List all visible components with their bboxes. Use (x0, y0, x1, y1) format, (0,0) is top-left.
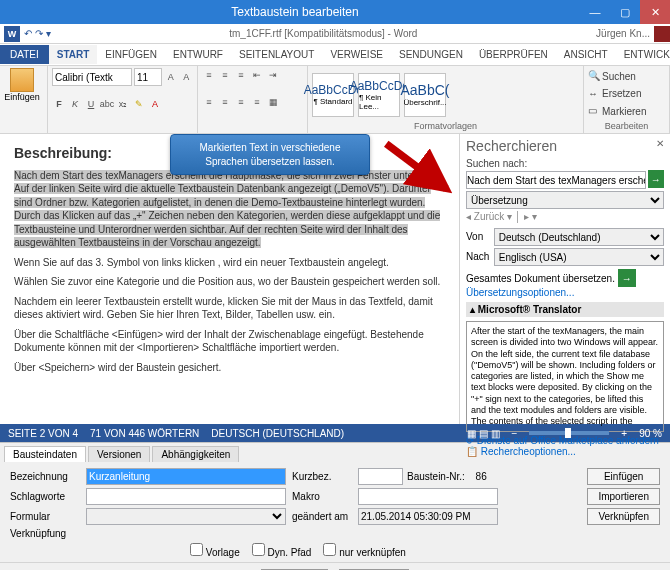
to-lang-select[interactable]: Englisch (USA) (494, 248, 664, 266)
bausteinnr-value: 86 (476, 471, 487, 482)
translate-doc-link[interactable]: Gesamtes Dokument übersetzen. → (466, 269, 664, 287)
selected-text[interactable]: Nach dem Start des texManagers erscheint… (14, 170, 440, 249)
tab-devtools[interactable]: ENTWICKLERTOOLS (616, 45, 670, 64)
numbering-icon[interactable]: ≡ (218, 68, 232, 82)
translation-result: After the start of the texManagers, the … (466, 321, 664, 432)
formular-select[interactable] (86, 508, 286, 525)
tab-versionen[interactable]: Versionen (88, 446, 150, 462)
font-group: A A F K U abc x₂ ✎ A (48, 66, 198, 133)
zoom-in-button[interactable]: + (621, 428, 627, 439)
dynpfad-checkbox[interactable]: Dyn. Pfad (252, 543, 312, 558)
dialog-buttons: Speichern Abbrechen (0, 562, 670, 570)
verknuepfung-label: Verknüpfung (10, 528, 80, 539)
tab-review[interactable]: ÜBERPRÜFEN (471, 45, 556, 64)
zoom-out-button[interactable]: − (512, 428, 518, 439)
zoom-level[interactable]: 90 % (639, 428, 662, 439)
bezeichnung-label: Bezeichnung (10, 471, 80, 482)
language-indicator[interactable]: DEUTSCH (DEUTSCHLAND) (211, 428, 344, 439)
source-select[interactable]: Übersetzung (466, 191, 664, 209)
tab-insert[interactable]: EINFÜGEN (97, 45, 165, 64)
font-size-select[interactable] (134, 68, 162, 86)
paste-button[interactable]: Einfügen (4, 68, 40, 102)
shrink-font-icon[interactable]: A (180, 70, 194, 84)
highlight-icon[interactable]: ✎ (132, 97, 146, 111)
schlagworte-label: Schlagworte (10, 491, 80, 502)
multilevel-icon[interactable]: ≡ (234, 68, 248, 82)
maximize-button[interactable]: ▢ (610, 0, 640, 24)
tab-layout[interactable]: SEITENLAYOUT (231, 45, 322, 64)
zoom-slider[interactable] (529, 431, 609, 435)
find-button[interactable]: 🔍Suchen (588, 68, 665, 84)
ribbon-tabs: DATEI START EINFÜGEN ENTWURF SEITENLAYOU… (0, 44, 670, 66)
nurverknuepfen-checkbox[interactable]: nur verknüpfen (323, 543, 406, 558)
close-button[interactable]: ✕ (640, 0, 670, 24)
translate-callout: Markierten Text in verschiedene Sprachen… (170, 134, 370, 175)
minimize-button[interactable]: — (580, 0, 610, 24)
align-left-icon[interactable]: ≡ (202, 95, 216, 109)
style-standard[interactable]: AaBbCcDc¶ Standard (312, 73, 354, 117)
schlagworte-input[interactable] (86, 488, 286, 505)
font-color-icon[interactable]: A (148, 97, 162, 111)
style-nospacing[interactable]: AaBbCcDc¶ Kein Lee... (358, 73, 400, 117)
from-lang-select[interactable]: Deutsch (Deutschland) (494, 228, 664, 246)
tab-design[interactable]: ENTWURF (165, 45, 231, 64)
tab-start[interactable]: START (49, 45, 98, 64)
style-heading[interactable]: AaBbC(Überschrif... (404, 73, 446, 117)
account-menu[interactable]: Jürgen Kn... (596, 26, 670, 42)
search-label: Suchen nach: (466, 158, 664, 169)
kurzbez-input[interactable] (358, 468, 403, 485)
translation-options-link[interactable]: Übersetzungsoptionen... (466, 287, 664, 298)
tab-abhaengigkeiten[interactable]: Abhängigkeiten (152, 446, 239, 462)
align-center-icon[interactable]: ≡ (218, 95, 232, 109)
paste-icon (10, 68, 34, 92)
search-input[interactable] (466, 171, 646, 189)
document-pane[interactable]: Markierten Text in verschiedene Sprachen… (0, 134, 460, 424)
underline-icon[interactable]: U (84, 97, 98, 111)
ribbon: Einfügen A A F K U abc x₂ ✎ A ≡ ≡ ≡ ⇤ ⇥ (0, 66, 670, 134)
line-spacing-icon[interactable]: ≡ (250, 95, 264, 109)
bullets-icon[interactable]: ≡ (202, 68, 216, 82)
bold-icon[interactable]: F (52, 97, 66, 111)
tab-references[interactable]: VERWEISE (322, 45, 391, 64)
outdent-icon[interactable]: ⇥ (266, 68, 280, 82)
select-button[interactable]: ▭Markieren (588, 103, 665, 119)
indent-icon[interactable]: ⇤ (250, 68, 264, 82)
importieren-button[interactable]: Importieren (587, 488, 660, 505)
doc-para: Wenn Sie auf das 3. Symbol von links kli… (14, 256, 445, 270)
verknuepfen-button[interactable]: Verknüpfen (587, 508, 660, 525)
italic-icon[interactable]: K (68, 97, 82, 111)
quick-access-toolbar[interactable]: ↶ ↷ ▾ (24, 28, 51, 39)
avatar (654, 26, 670, 42)
grow-font-icon[interactable]: A (164, 70, 178, 84)
word-count[interactable]: 71 VON 446 WÖRTERN (90, 428, 199, 439)
search-icon: 🔍 (588, 70, 600, 82)
font-name-select[interactable] (52, 68, 132, 86)
replace-icon: ↔ (588, 88, 600, 100)
geaendert-input (358, 508, 498, 525)
editing-group: 🔍Suchen ↔Ersetzen ▭Markieren Bearbeiten (584, 66, 670, 133)
bezeichnung-input[interactable] (86, 468, 286, 485)
geaendert-label: geändert am (292, 511, 352, 522)
search-go-button[interactable]: → (648, 170, 664, 188)
file-tab[interactable]: DATEI (0, 45, 49, 64)
cursor-icon: ▭ (588, 105, 600, 117)
tab-bausteindaten[interactable]: Bausteindaten (4, 446, 86, 462)
einfuegen-button[interactable]: Einfügen (587, 468, 660, 485)
form-area: Bezeichnung Kurzbez. Baustein-Nr.: 86 Sc… (0, 462, 670, 562)
page-indicator[interactable]: SEITE 2 VON 4 (8, 428, 78, 439)
pane-close-icon[interactable]: ✕ (656, 138, 664, 149)
vorlage-checkbox[interactable]: Vorlage (190, 543, 240, 558)
view-buttons[interactable]: ▦ ▤ ▥ (467, 428, 500, 439)
translator-header[interactable]: ▴ Microsoft® Translator (466, 302, 664, 317)
research-options-link[interactable]: 📋 Rechercheoptionen... (466, 446, 664, 457)
back-button[interactable]: ◂ Zurück ▾ │ ▸ ▾ (466, 211, 664, 222)
makro-input[interactable] (358, 488, 498, 505)
strike-icon[interactable]: abc (100, 97, 114, 111)
align-right-icon[interactable]: ≡ (234, 95, 248, 109)
subscript-icon[interactable]: x₂ (116, 97, 130, 111)
shading-icon[interactable]: ▦ (266, 95, 280, 109)
doc-para: Über <Speichern> wird der Baustein gesic… (14, 361, 445, 375)
replace-button[interactable]: ↔Ersetzen (588, 86, 665, 102)
tab-view[interactable]: ANSICHT (556, 45, 616, 64)
tab-mailings[interactable]: SENDUNGEN (391, 45, 471, 64)
